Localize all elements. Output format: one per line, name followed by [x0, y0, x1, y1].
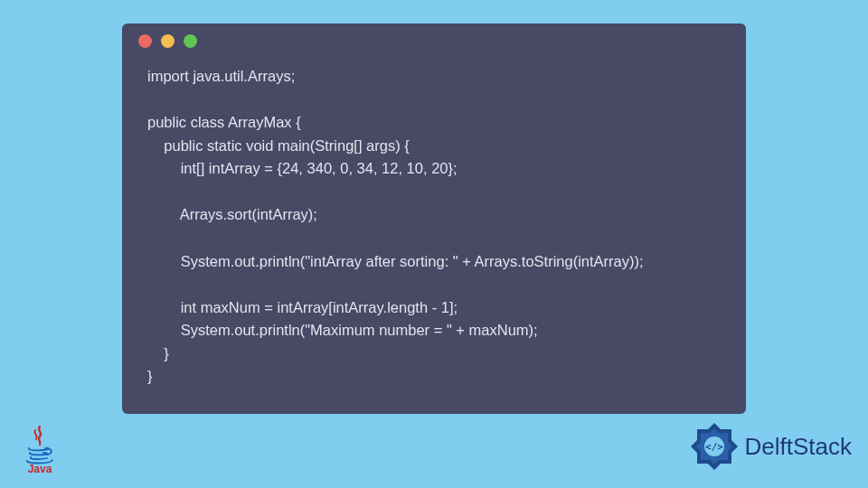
java-logo-label: Java — [28, 463, 52, 475]
code-block: import java.util.Arrays; public class Ar… — [122, 58, 746, 396]
window-titlebar — [122, 23, 746, 58]
java-cup-icon — [24, 425, 56, 465]
delftstack-logo: </> DelftStack — [689, 421, 853, 472]
maximize-icon[interactable] — [184, 34, 197, 48]
minimize-icon[interactable] — [161, 34, 175, 48]
code-window: import java.util.Arrays; public class Ar… — [122, 23, 746, 414]
delftstack-logo-label: DelftStack — [745, 433, 853, 461]
svg-text:</>: </> — [705, 441, 723, 453]
close-icon[interactable] — [138, 34, 152, 48]
delftstack-icon: </> — [689, 421, 740, 472]
java-logo: Java — [18, 419, 61, 475]
